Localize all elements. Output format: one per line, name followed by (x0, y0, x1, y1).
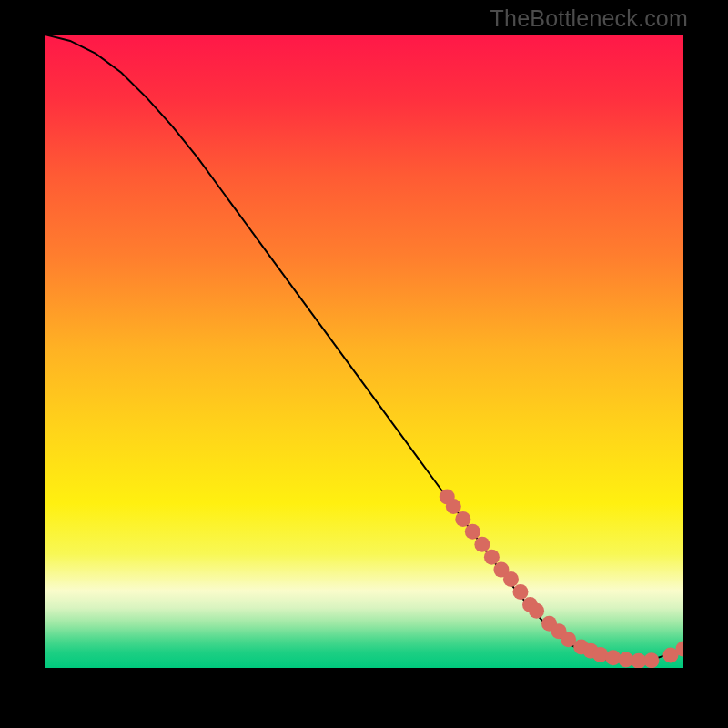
data-marker (484, 550, 500, 565)
data-marker (529, 603, 544, 619)
image-frame: TheBottleneck.com (0, 0, 728, 728)
data-marker (465, 524, 480, 540)
chart (45, 35, 683, 668)
data-marker (512, 584, 528, 600)
data-marker (503, 571, 519, 587)
chart-svg (45, 35, 683, 668)
data-marker (455, 511, 470, 527)
data-marker (474, 537, 490, 552)
data-marker (446, 499, 461, 514)
gradient-background (45, 35, 683, 668)
watermark-text: TheBottleneck.com (490, 5, 688, 32)
data-marker (643, 652, 659, 668)
